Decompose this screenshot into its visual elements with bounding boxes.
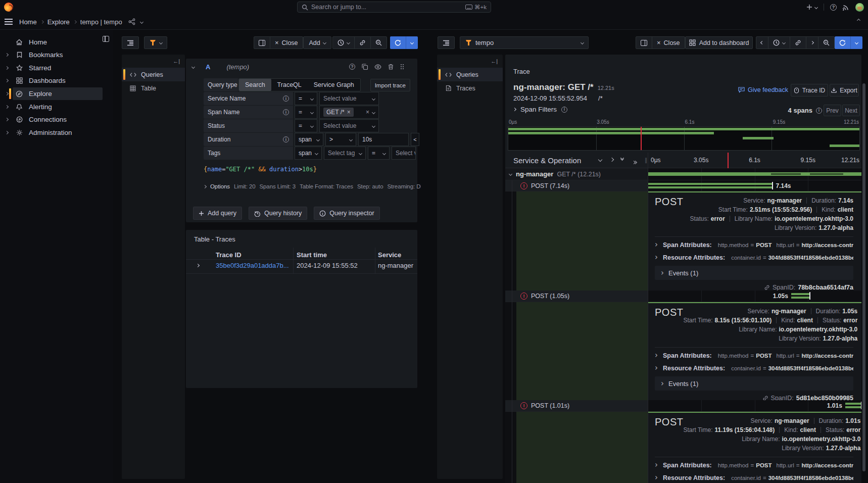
left-sidebar-queries[interactable]: Queries (122, 68, 185, 81)
duration-scope[interactable]: span (295, 133, 323, 146)
span-row[interactable]: !POST (7.14s)7.14s (505, 180, 861, 191)
breadcrumb-caret-icon[interactable] (140, 20, 143, 23)
zoom-out-icon[interactable] (818, 37, 834, 49)
add-to-dashboard-button[interactable]: Add to dashboard (685, 36, 753, 49)
attr-row[interactable]: ›Resource Attributes:container.id=304fd8… (655, 251, 853, 264)
tab-search[interactable]: Search (239, 79, 271, 91)
tags-tag[interactable]: Select tag (324, 147, 366, 160)
time-picker[interactable] (333, 37, 354, 49)
time-forward-icon[interactable] (806, 37, 818, 49)
right-datasource-picker[interactable]: tempo (460, 36, 589, 49)
service-name-op[interactable]: = (295, 92, 317, 105)
attr-row[interactable]: ›Span Attributes:http.method=POSThttp.ur… (655, 238, 853, 251)
tags-value[interactable]: Select va (392, 147, 416, 160)
status-op[interactable]: = (295, 119, 317, 132)
help-icon[interactable]: ? (830, 4, 837, 11)
trace-id-button[interactable]: Trace ID (791, 84, 828, 96)
expand-one-icon[interactable] (633, 158, 637, 166)
query-help-icon[interactable]: ? (349, 64, 355, 70)
left-close-button[interactable]: ×Close (270, 37, 303, 49)
next-button[interactable]: Next (842, 105, 860, 116)
duration-less-button[interactable]: < (411, 133, 419, 146)
add-new-button[interactable] (806, 4, 817, 10)
duration-op[interactable]: > (325, 133, 356, 146)
tab-traceql[interactable]: TraceQL (271, 79, 308, 91)
breadcrumb-home[interactable]: Home (19, 18, 37, 26)
expand-all-icon[interactable] (610, 158, 614, 162)
query-history-button[interactable]: Query history (249, 207, 307, 220)
split-pane-icon[interactable] (636, 37, 652, 49)
add-query-button[interactable]: Add query (193, 207, 242, 220)
status-value[interactable]: Select value (319, 119, 379, 132)
attr-row[interactable]: ›Resource Attributes:container.id=304fd8… (655, 362, 853, 374)
span-row[interactable]: ng-managerGET /* (12.21s) (505, 168, 861, 180)
attr-row[interactable]: ›Span Attributes:http.method=POSThttp.ur… (655, 459, 853, 471)
span-name-value[interactable]: GET /*× × (319, 106, 379, 119)
link-time-icon[interactable] (790, 37, 806, 49)
scrollbar[interactable] (862, 83, 865, 471)
time-picker[interactable] (768, 37, 790, 49)
attr-row[interactable]: ›Span Attributes:http.method=POSThttp.ur… (655, 349, 853, 362)
sidebar-item-connections[interactable]: Connections (0, 113, 113, 126)
row-expand-icon[interactable] (196, 264, 200, 267)
duration-value-input[interactable]: 10s (358, 133, 409, 146)
span-row[interactable]: !POST (1.05s)1.05s (505, 291, 861, 302)
collapse-one-icon[interactable] (621, 157, 623, 160)
right-outline-button[interactable] (438, 36, 455, 49)
collapse-sidebar-icon[interactable]: ←| (173, 58, 180, 64)
col-start-time[interactable]: Start time (297, 251, 327, 259)
grafana-logo-icon[interactable] (4, 3, 13, 12)
trace-minimap[interactable] (508, 126, 860, 151)
right-sidebar-queries[interactable]: Queries (437, 68, 503, 81)
share-icon[interactable] (128, 18, 135, 25)
left-refresh-button[interactable] (390, 36, 418, 49)
right-refresh-button[interactable] (835, 36, 862, 49)
events-toggle[interactable]: ›Events (1) (655, 266, 853, 280)
time-back-icon[interactable] (756, 37, 768, 49)
trace-id-link[interactable]: 35be0f3d29a01adda7b... (216, 262, 289, 269)
collapse-sidebar-icon[interactable]: ←| (491, 58, 498, 64)
attr-row[interactable]: ›Resource Attributes:container.id=304fd8… (655, 471, 853, 483)
tags-op[interactable]: = (368, 147, 390, 160)
link-time-icon[interactable] (354, 37, 370, 49)
col-service[interactable]: Service (378, 251, 401, 259)
tags-scope[interactable]: span (295, 147, 322, 160)
collapse-all-icon[interactable] (598, 158, 602, 162)
query-collapse-icon[interactable] (191, 65, 195, 68)
menu-icon[interactable] (5, 19, 13, 25)
news-icon[interactable] (843, 4, 849, 11)
delete-query-icon[interactable] (388, 64, 394, 70)
sidebar-item-starred[interactable]: Starred (0, 62, 113, 74)
give-feedback-link[interactable]: Give feedback (738, 86, 788, 93)
prev-button[interactable]: Prev (824, 105, 841, 116)
span-row[interactable]: !POST (1.01s)1.01s (505, 400, 861, 412)
search-input[interactable]: Search or jump to... ⌘+k (297, 2, 491, 13)
right-close-button[interactable]: ×Close (652, 37, 685, 49)
tab-service-graph[interactable]: Service Graph (308, 79, 360, 91)
sidebar-item-home[interactable]: Home (0, 36, 113, 49)
zoom-out-icon[interactable] (370, 37, 387, 49)
options-row[interactable]: Options Limit: 20Spans Limit: 3Table For… (204, 183, 421, 189)
col-trace-id[interactable]: Trace ID (216, 251, 242, 259)
sidebar-item-dashboards[interactable]: Dashboards (0, 74, 113, 87)
left-add-button[interactable]: Add (303, 36, 331, 49)
left-datasource-picker[interactable] (144, 36, 167, 49)
sidebar-item-alerting[interactable]: Alerting (0, 101, 113, 113)
sidebar-item-explore[interactable]: Explore (0, 87, 113, 100)
left-sidebar-table[interactable]: Table (122, 81, 185, 95)
span-name-op[interactable]: = (295, 106, 317, 119)
drag-handle-icon[interactable] (400, 64, 404, 70)
hide-query-icon[interactable] (374, 64, 381, 70)
left-outline-button[interactable] (122, 36, 139, 49)
breadcrumb-explore[interactable]: Explore (47, 18, 70, 26)
split-pane-icon[interactable] (254, 37, 270, 49)
avatar[interactable] (855, 3, 864, 12)
import-trace-button[interactable]: Import trace (370, 79, 410, 91)
span-name-chip[interactable]: GET /*× (323, 108, 354, 117)
events-toggle[interactable]: ›Events (1) (655, 376, 853, 391)
sidebar-item-administration[interactable]: Administration (0, 126, 113, 139)
resize-handle[interactable]: ∥ (645, 157, 648, 164)
duplicate-query-icon[interactable] (362, 64, 368, 70)
span-filters-toggle[interactable]: Span Filters i (513, 106, 567, 113)
query-inspector-button[interactable]: Query inspector (314, 207, 379, 220)
